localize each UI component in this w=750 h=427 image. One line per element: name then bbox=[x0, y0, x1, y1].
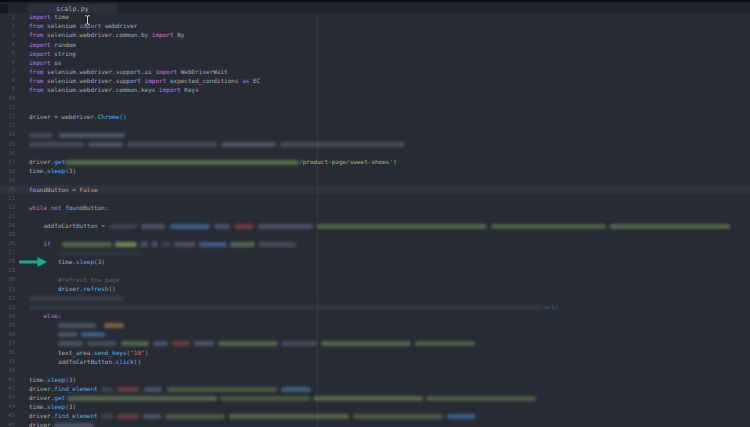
code-line-content[interactable]: text_area.send_keys("10") bbox=[29, 350, 148, 356]
code-line: 30 #refresh the page bbox=[0, 276, 750, 285]
code-line-content[interactable] bbox=[29, 322, 124, 328]
code-line-content[interactable] bbox=[29, 332, 105, 338]
code-line-content[interactable]: while not foundButton: bbox=[29, 205, 109, 211]
code-line-content[interactable]: time.sleep(3) bbox=[29, 377, 76, 383]
redaction-gap bbox=[487, 226, 491, 227]
code-line-content[interactable] bbox=[29, 132, 125, 138]
redacted-code-segment bbox=[321, 341, 411, 346]
code-token: import bbox=[29, 41, 51, 48]
redaction-gap bbox=[139, 389, 144, 390]
line-number: 24 bbox=[0, 223, 15, 229]
code-line: 33uct) bbox=[0, 303, 750, 312]
code-token: time. bbox=[29, 376, 47, 383]
code-line-content[interactable]: else: bbox=[29, 313, 62, 319]
redacted-code-segment bbox=[29, 305, 544, 310]
redacted-code-segment bbox=[29, 142, 84, 147]
code-line-content[interactable] bbox=[29, 250, 143, 256]
code-token: Keys bbox=[181, 86, 199, 93]
code-token: import bbox=[155, 68, 177, 75]
code-line-content[interactable]: time.sleep(3) bbox=[29, 404, 76, 410]
code-token: "10" bbox=[130, 349, 144, 356]
code-token: expected_conditions bbox=[166, 77, 242, 84]
code-line-content[interactable]: driver. bbox=[29, 422, 94, 427]
code-token: find_element bbox=[54, 412, 97, 419]
code-token: selenium.webdriver.common.keys bbox=[43, 86, 159, 93]
code-line-content[interactable]: from selenium.webdriver.support import e… bbox=[29, 78, 260, 84]
redacted-code-segment bbox=[29, 296, 124, 301]
redacted-code-segment bbox=[67, 396, 217, 401]
code-token: from bbox=[29, 77, 43, 84]
code-token: else bbox=[43, 313, 57, 320]
code-line: 36 bbox=[0, 330, 750, 339]
code-line-content[interactable]: addToCartButton = bbox=[29, 223, 730, 229]
code-token: time bbox=[51, 14, 69, 21]
redacted-code-segment bbox=[141, 224, 165, 229]
redacted-code-segment bbox=[214, 224, 230, 229]
tab-scalp-py[interactable]: scalp.py bbox=[28, 4, 117, 13]
redacted-code-segment bbox=[167, 387, 277, 392]
code-line-content[interactable]: #refresh the page bbox=[29, 277, 119, 283]
line-number: 13 bbox=[0, 123, 15, 129]
code-token: EC bbox=[249, 77, 260, 84]
code-line: 44time.sleep(3) bbox=[0, 403, 750, 412]
code-line: 26 if bbox=[0, 240, 750, 249]
code-line-content[interactable]: import random bbox=[29, 42, 76, 48]
code-line-content[interactable]: import time bbox=[29, 14, 69, 20]
code-line: 32 bbox=[0, 294, 750, 303]
code-line-content[interactable]: driver.get bbox=[29, 395, 536, 401]
code-line-content[interactable] bbox=[29, 341, 475, 347]
code-line: 8from selenium.webdriver.support import … bbox=[0, 76, 750, 85]
code-line-content[interactable]: driver.refresh() bbox=[29, 286, 116, 292]
line-number: 31 bbox=[0, 287, 15, 293]
code-line: 38 text_area.send_keys("10") bbox=[0, 348, 750, 357]
code-line-content[interactable]: driver.find_element bbox=[29, 386, 311, 392]
code-line-content[interactable]: driver.get/product-page/sweet-shoes') bbox=[29, 159, 397, 165]
code-line-content[interactable]: time.sleep(3) bbox=[29, 168, 76, 174]
code-line-content[interactable]: foundButton = False bbox=[29, 187, 98, 193]
code-token: driver. bbox=[29, 286, 83, 293]
code-line-content[interactable] bbox=[29, 141, 405, 147]
redacted-code-segment bbox=[58, 332, 78, 337]
line-number: 32 bbox=[0, 296, 15, 302]
code-token bbox=[29, 249, 58, 256]
code-token: sleep bbox=[47, 168, 65, 175]
tab-label: scalp.py bbox=[56, 5, 89, 13]
code-line-content[interactable]: addToCartButton.click() bbox=[29, 359, 141, 365]
line-number: 3 bbox=[0, 33, 15, 39]
code-line-content[interactable]: uct) bbox=[29, 304, 558, 310]
code-line-content[interactable]: import os bbox=[29, 60, 62, 66]
code-token: send_keys bbox=[94, 349, 127, 356]
code-line: 43driver.get bbox=[0, 394, 750, 403]
code-line-content[interactable]: driver = webdriver.Chrome() bbox=[29, 114, 127, 120]
code-line: 41time.sleep(3) bbox=[0, 376, 750, 385]
code-token: sleep bbox=[76, 258, 94, 265]
code-token: import bbox=[29, 50, 51, 57]
code-token bbox=[29, 277, 58, 284]
redacted-code-segment bbox=[58, 251, 143, 256]
code-line-content[interactable] bbox=[29, 295, 124, 301]
line-number: 15 bbox=[0, 142, 15, 148]
code-line-content[interactable]: from selenium.webdriver.common.keys impo… bbox=[29, 87, 199, 93]
redacted-code-segment bbox=[140, 242, 148, 247]
code-token: : bbox=[58, 313, 62, 320]
line-number: 4 bbox=[0, 42, 15, 48]
code-token: addToCartButton bbox=[29, 222, 101, 229]
code-line-content[interactable]: from selenium.webdriver.support.ui impor… bbox=[29, 69, 228, 75]
redacted-code-segment bbox=[117, 387, 139, 392]
code-line-content[interactable]: from selenium.webdriver.common.by import… bbox=[29, 32, 184, 38]
redacted-code-segment bbox=[218, 341, 278, 346]
code-line-content[interactable]: import string bbox=[29, 51, 76, 57]
code-line: 10 bbox=[0, 95, 750, 104]
code-area[interactable]: 1import time2from selenium import webdri… bbox=[0, 13, 750, 427]
code-token: foundButton: bbox=[62, 204, 109, 211]
code-line: 13 bbox=[0, 122, 750, 131]
code-line: 1import time bbox=[0, 13, 750, 22]
line-number: 12 bbox=[0, 114, 15, 120]
line-number: 1 bbox=[0, 15, 15, 21]
code-line-content[interactable]: if bbox=[29, 241, 296, 247]
redacted-code-segment bbox=[117, 414, 139, 419]
code-line-content[interactable]: driver.find_element bbox=[29, 413, 475, 419]
code-token: () bbox=[119, 113, 126, 120]
code-token: not bbox=[51, 204, 62, 211]
redacted-code-segment bbox=[58, 323, 96, 328]
